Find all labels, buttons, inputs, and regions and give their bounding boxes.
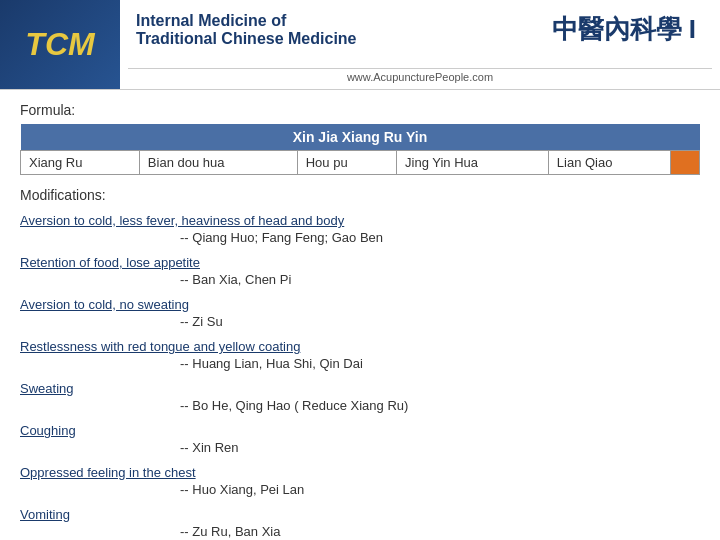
header: TCM Internal Medicine of Traditional Chi… [0, 0, 720, 90]
mod-condition: Aversion to cold, no sweating [20, 297, 189, 312]
modifications-label: Modifications: [20, 187, 700, 203]
mod-condition: Aversion to cold, less fever, heaviness … [20, 213, 344, 228]
herb-4: Jing Yin Hua [397, 151, 549, 175]
header-title-line2: Traditional Chinese Medicine [136, 30, 357, 48]
header-title-block: Internal Medicine of Traditional Chinese… [128, 4, 712, 68]
mod-condition: Vomiting [20, 507, 70, 522]
herb-2: Bian dou hua [139, 151, 297, 175]
mod-herbs: -- Qiang Huo; Fang Feng; Gao Ben [20, 230, 700, 245]
header-chinese-title: 中醫內科學 I [536, 4, 712, 55]
formula-title: Xin Jia Xiang Ru Yin [21, 124, 700, 151]
formula-title-row: Xin Jia Xiang Ru Yin [21, 124, 700, 151]
header-titles: Internal Medicine of Traditional Chinese… [128, 4, 365, 56]
herb-5: Lian Qiao [548, 151, 671, 175]
header-right: Internal Medicine of Traditional Chinese… [120, 0, 720, 89]
modifications-list: Aversion to cold, less fever, heaviness … [20, 211, 700, 539]
header-title-line1: Internal Medicine of [136, 12, 357, 30]
formula-label: Formula: [20, 102, 700, 118]
mod-item: Vomiting-- Zu Ru, Ban Xia [20, 505, 700, 539]
mod-herbs: -- Xin Ren [20, 440, 700, 455]
formula-table: Xin Jia Xiang Ru Yin Xiang Ru Bian dou h… [20, 124, 700, 175]
logo-area: TCM [0, 0, 120, 89]
mod-herbs: -- Zu Ru, Ban Xia [20, 524, 700, 539]
mod-condition: Sweating [20, 381, 73, 396]
mod-herbs: -- Bo He, Qing Hao ( Reduce Xiang Ru) [20, 398, 700, 413]
mod-item: Coughing-- Xin Ren [20, 421, 700, 455]
herb-1: Xiang Ru [21, 151, 140, 175]
mod-herbs: -- Zi Su [20, 314, 700, 329]
mod-condition: Oppressed feeling in the chest [20, 465, 196, 480]
main-content: Formula: Xin Jia Xiang Ru Yin Xiang Ru B… [0, 90, 720, 540]
mod-condition: Retention of food, lose appetite [20, 255, 200, 270]
mod-item: Restlessness with red tongue and yellow … [20, 337, 700, 371]
mod-herbs: -- Huang Lian, Hua Shi, Qin Dai [20, 356, 700, 371]
mod-item: Aversion to cold, less fever, heaviness … [20, 211, 700, 245]
logo-text: TCM [25, 26, 94, 63]
mod-herbs: -- Ban Xia, Chen Pi [20, 272, 700, 287]
mod-item: Aversion to cold, no sweating-- Zi Su [20, 295, 700, 329]
herb-6 [671, 151, 700, 175]
mod-herbs: -- Huo Xiang, Pei Lan [20, 482, 700, 497]
mod-condition: Coughing [20, 423, 76, 438]
mod-condition: Restlessness with red tongue and yellow … [20, 339, 300, 354]
herb-3: Hou pu [297, 151, 396, 175]
mod-item: Oppressed feeling in the chest-- Huo Xia… [20, 463, 700, 497]
mod-item: Sweating-- Bo He, Qing Hao ( Reduce Xian… [20, 379, 700, 413]
mod-item: Retention of food, lose appetite-- Ban X… [20, 253, 700, 287]
formula-herbs-row: Xiang Ru Bian dou hua Hou pu Jing Yin Hu… [21, 151, 700, 175]
header-website: www.AcupuncturePeople.com [128, 68, 712, 85]
modifications-section: Modifications: Aversion to cold, less fe… [20, 187, 700, 539]
